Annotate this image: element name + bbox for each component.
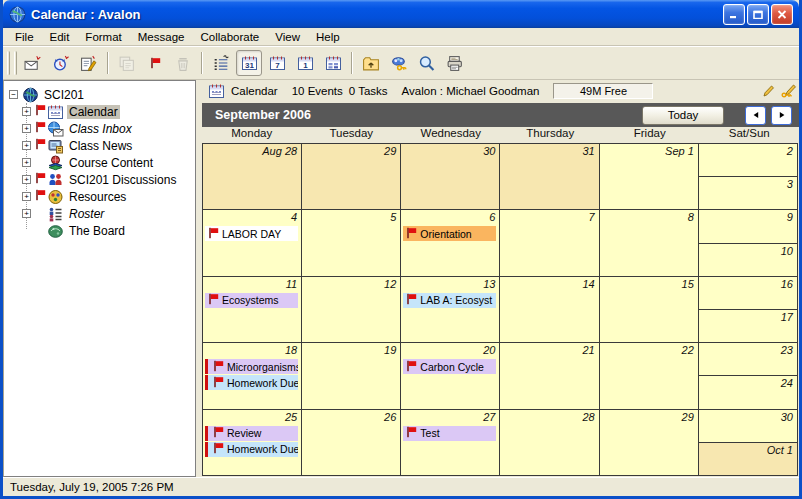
sat-cell[interactable]: 9 <box>699 210 797 243</box>
day-cell[interactable]: 14 <box>500 277 598 342</box>
permissions-button[interactable] <box>386 50 412 76</box>
search-button[interactable] <box>414 50 440 76</box>
event-title: Carbon Cycle <box>420 361 484 373</box>
day-cell[interactable]: 18MicroorganismsHomework Due <box>203 343 301 408</box>
expand-icon[interactable]: + <box>22 158 31 167</box>
day-cell[interactable]: 28 <box>500 410 598 475</box>
collapse-icon[interactable]: − <box>9 90 18 99</box>
prev-month-button[interactable] <box>745 106 766 125</box>
flag-icon <box>208 293 219 307</box>
maximize-button[interactable] <box>747 4 769 25</box>
menu-file[interactable]: File <box>7 29 42 45</box>
flag-icon <box>213 360 224 374</box>
multiweek-view-button[interactable] <box>320 50 346 76</box>
menu-view[interactable]: View <box>267 29 308 45</box>
access-key-pencil-icon[interactable] <box>781 84 795 98</box>
close-button[interactable] <box>771 4 793 25</box>
new-alarm-button[interactable] <box>48 50 74 76</box>
expand-icon[interactable]: + <box>22 107 31 116</box>
day-cell[interactable]: 26 <box>302 410 400 475</box>
day-cell[interactable]: 22 <box>600 343 698 408</box>
day-cell[interactable]: 8 <box>600 210 698 275</box>
day-view-button[interactable]: 1 <box>292 50 318 76</box>
sidebar-item-calendar[interactable]: +Calendar <box>4 103 195 120</box>
day-cell[interactable]: 11Ecosystems <box>203 277 301 342</box>
event-item[interactable]: LAB A: Ecosyst <box>403 293 496 308</box>
menu-help[interactable]: Help <box>308 29 348 45</box>
sidebar-item-the-board[interactable]: The Board <box>4 222 195 239</box>
sidebar-item-roster[interactable]: +Roster <box>4 205 195 222</box>
next-month-button[interactable] <box>771 106 792 125</box>
day-cell[interactable]: 6Orientation <box>401 210 499 275</box>
new-message-button[interactable] <box>20 50 46 76</box>
expand-icon[interactable]: + <box>22 192 31 201</box>
tree-root-sci201[interactable]: −SCI201 <box>4 86 195 103</box>
discussions-icon <box>47 172 64 188</box>
sat-cell[interactable]: 2 <box>699 144 797 177</box>
day-cell[interactable]: 29 <box>600 410 698 475</box>
print-button[interactable] <box>442 50 468 76</box>
flag-button[interactable] <box>142 50 168 76</box>
day-cell[interactable]: 29 <box>302 144 400 209</box>
day-cell[interactable]: Aug 28 <box>203 144 301 209</box>
sidebar-item-class-news[interactable]: +Class News <box>4 137 195 154</box>
event-item[interactable]: Homework Due <box>205 442 298 457</box>
day-cell[interactable]: 15 <box>600 277 698 342</box>
event-item[interactable]: Test <box>403 426 496 441</box>
list-view-button[interactable] <box>208 50 234 76</box>
day-cell[interactable]: 19 <box>302 343 400 408</box>
day-cell[interactable]: 20Carbon Cycle <box>401 343 499 408</box>
day-cell[interactable]: 27Test <box>401 410 499 475</box>
toolbar-grip[interactable] <box>7 51 10 75</box>
sun-cell[interactable]: 10 <box>699 244 797 276</box>
sun-cell[interactable]: 17 <box>699 310 797 342</box>
day-cell[interactable]: Sep 1 <box>600 144 698 209</box>
sat-cell[interactable]: 23 <box>699 343 797 376</box>
day-cell[interactable]: 5 <box>302 210 400 275</box>
new-entry-button[interactable] <box>76 50 102 76</box>
sun-cell[interactable]: 3 <box>699 177 797 209</box>
menu-message[interactable]: Message <box>130 29 193 45</box>
expand-icon[interactable]: + <box>22 209 31 218</box>
sun-cell[interactable]: Oct 1 <box>699 443 797 475</box>
toolbar-grip[interactable] <box>14 51 17 75</box>
sat-cell[interactable]: 16 <box>699 277 797 310</box>
sidebar-item-class-inbox[interactable]: +Class Inbox <box>4 120 195 137</box>
day-cell[interactable]: 13LAB A: Ecosyst <box>401 277 499 342</box>
month-view-button[interactable]: 31 <box>236 50 262 76</box>
expand-icon[interactable]: + <box>22 141 31 150</box>
day-cell[interactable]: 4LABOR DAY <box>203 210 301 275</box>
day-cell[interactable]: 12 <box>302 277 400 342</box>
sidebar-item-sci201-discussions[interactable]: +SCI201 Discussions <box>4 171 195 188</box>
toolbar-separator <box>201 52 203 74</box>
day-cell[interactable]: 31 <box>500 144 598 209</box>
sidebar-item-resources[interactable]: +Resources <box>4 188 195 205</box>
sidebar-item-course-content[interactable]: +Course Content <box>4 154 195 171</box>
event-item[interactable]: Carbon Cycle <box>403 359 496 374</box>
day-cell[interactable]: 7 <box>500 210 598 275</box>
menu-edit[interactable]: Edit <box>42 29 78 45</box>
sun-cell[interactable]: 24 <box>699 376 797 408</box>
day-cell[interactable]: 30 <box>401 144 499 209</box>
week-view-button[interactable]: 7 <box>264 50 290 76</box>
day-cell[interactable]: 25ReviewHomework Due <box>203 410 301 475</box>
expand-icon[interactable]: + <box>22 124 31 133</box>
expand-icon[interactable]: + <box>22 175 31 184</box>
event-item[interactable]: Orientation <box>403 226 496 241</box>
minimize-button[interactable] <box>723 4 745 25</box>
event-item[interactable]: Microorganisms <box>205 359 298 374</box>
edit-pencil-icon[interactable] <box>761 84 775 98</box>
event-item[interactable]: Ecosystems <box>205 293 298 308</box>
sidebar-item-label: Resources <box>67 190 128 204</box>
event-item[interactable]: Homework Due <box>205 375 298 390</box>
day-number: 25 <box>203 410 301 425</box>
sat-cell[interactable]: 30 <box>699 410 797 443</box>
menu-format[interactable]: Format <box>77 29 129 45</box>
event-item[interactable]: LABOR DAY <box>205 226 298 241</box>
menu-collaborate[interactable]: Collaborate <box>192 29 267 45</box>
day-cell[interactable]: 21 <box>500 343 598 408</box>
today-button[interactable]: Today <box>642 106 724 125</box>
folder-up-button[interactable] <box>358 50 384 76</box>
event-item[interactable]: Review <box>205 426 298 441</box>
day-number: 2 <box>699 144 797 159</box>
